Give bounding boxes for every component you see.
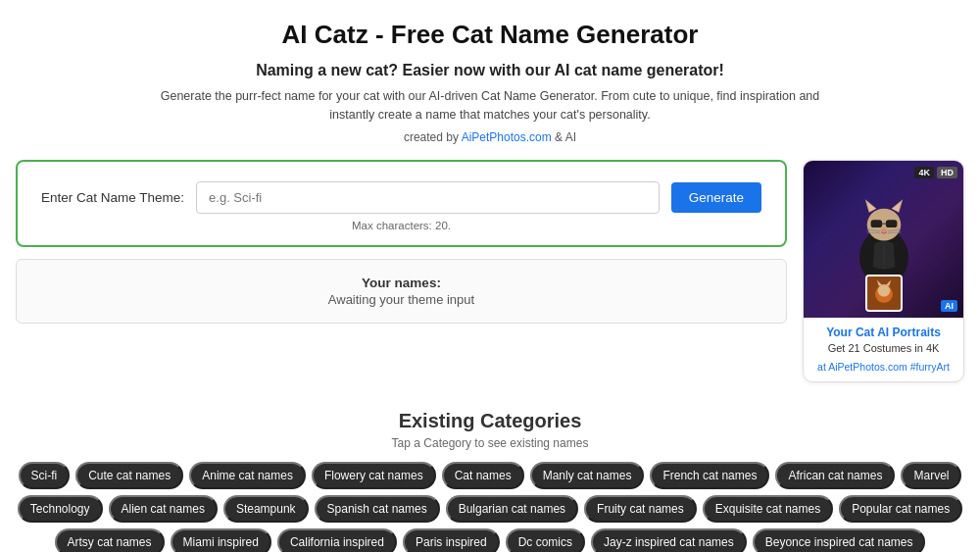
category-tag[interactable]: Sci-fi bbox=[19, 462, 71, 489]
created-by: created by AiPetPhotos.com & AI bbox=[16, 130, 964, 144]
category-tag[interactable]: Exquisite cat names bbox=[703, 495, 833, 523]
category-tag[interactable]: Manly cat names bbox=[530, 462, 645, 489]
names-value: Awaiting your theme input bbox=[36, 292, 766, 307]
category-tag[interactable]: Alien cat names bbox=[109, 495, 218, 523]
ad-card[interactable]: 4K HD bbox=[803, 160, 964, 383]
category-tag[interactable]: Flowery cat names bbox=[312, 462, 436, 489]
svg-point-10 bbox=[881, 228, 887, 232]
category-tag[interactable]: Popular cat names bbox=[839, 495, 962, 523]
category-tag[interactable]: Beyonce inspired cat names bbox=[753, 528, 926, 552]
badge-ai: AI bbox=[941, 300, 957, 312]
category-tag[interactable]: Steampunk bbox=[223, 495, 309, 523]
names-output-box: Your names: Awaiting your theme input bbox=[16, 259, 787, 324]
category-tag[interactable]: California inspired bbox=[277, 528, 397, 552]
category-tag[interactable]: Miami inspired bbox=[171, 528, 271, 552]
categories-title: Existing Categories bbox=[16, 410, 964, 432]
category-tag[interactable]: Jay-z inspired cat names bbox=[591, 528, 747, 552]
small-cat-thumb bbox=[865, 275, 903, 312]
generate-button[interactable]: Generate bbox=[671, 182, 761, 213]
svg-rect-8 bbox=[885, 220, 897, 227]
page-title: AI Catz - Free Cat Name Generator bbox=[16, 20, 964, 50]
ad-subtitle: Get 21 Costumes in 4K bbox=[813, 342, 954, 354]
categories-hint: Tap a Category to see existing names bbox=[16, 436, 964, 450]
max-chars-label: Max characters: 20. bbox=[41, 220, 761, 231]
ad-body: Your Cat AI Portraits Get 21 Costumes in… bbox=[804, 318, 963, 382]
category-tag[interactable]: Fruity cat names bbox=[584, 495, 697, 523]
input-box: Enter Cat Name Theme: Generate Max chara… bbox=[16, 160, 787, 247]
names-label: Your names: bbox=[36, 276, 766, 290]
tags-container: Sci-fiCute cat namesAnime cat namesFlowe… bbox=[16, 462, 964, 552]
svg-point-17 bbox=[877, 284, 890, 297]
category-tag[interactable]: Spanish cat names bbox=[315, 495, 440, 523]
ad-panel: 4K HD bbox=[803, 160, 964, 383]
category-tag[interactable]: Cat names bbox=[442, 462, 524, 489]
categories-section: Existing Categories Tap a Category to se… bbox=[16, 410, 964, 552]
theme-input[interactable] bbox=[196, 181, 660, 214]
page-subtitle: Naming a new cat? Easier now with our AI… bbox=[16, 62, 964, 79]
category-tag[interactable]: Dc comics bbox=[506, 528, 585, 552]
category-tag[interactable]: African cat names bbox=[775, 462, 895, 489]
ad-link[interactable]: at AiPetPhotos.com #furryArt bbox=[817, 361, 950, 373]
category-tag[interactable]: Cute cat names bbox=[75, 462, 183, 489]
input-label: Enter Cat Name Theme: bbox=[41, 190, 184, 205]
category-tag[interactable]: French cat names bbox=[650, 462, 769, 489]
category-tag[interactable]: Anime cat names bbox=[189, 462, 306, 489]
page-description: Generate the purr-fect name for your cat… bbox=[157, 87, 823, 125]
aipetphotos-link[interactable]: AiPetPhotos.com bbox=[462, 130, 552, 144]
svg-rect-7 bbox=[870, 220, 882, 227]
category-tag[interactable]: Artsy cat names bbox=[55, 528, 165, 552]
ad-title: Your Cat AI Portraits bbox=[813, 326, 954, 341]
badge-4k: 4K bbox=[914, 167, 934, 178]
category-tag[interactable]: Paris inspired bbox=[403, 528, 500, 552]
left-panel: Enter Cat Name Theme: Generate Max chara… bbox=[16, 160, 787, 324]
category-tag[interactable]: Bulgarian cat names bbox=[446, 495, 578, 523]
ad-image: 4K HD bbox=[804, 161, 963, 318]
category-tag[interactable]: Marvel bbox=[901, 462, 961, 489]
badge-hd: HD bbox=[937, 167, 957, 178]
ad-badges: 4K HD bbox=[914, 167, 957, 178]
category-tag[interactable]: Technology bbox=[18, 495, 103, 523]
